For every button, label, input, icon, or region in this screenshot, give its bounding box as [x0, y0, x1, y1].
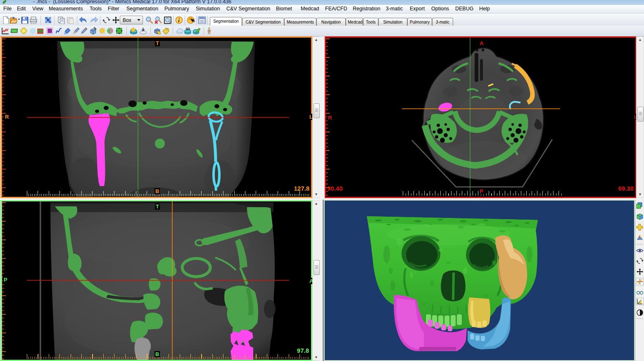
svg-text:3D: 3D [185, 27, 190, 31]
